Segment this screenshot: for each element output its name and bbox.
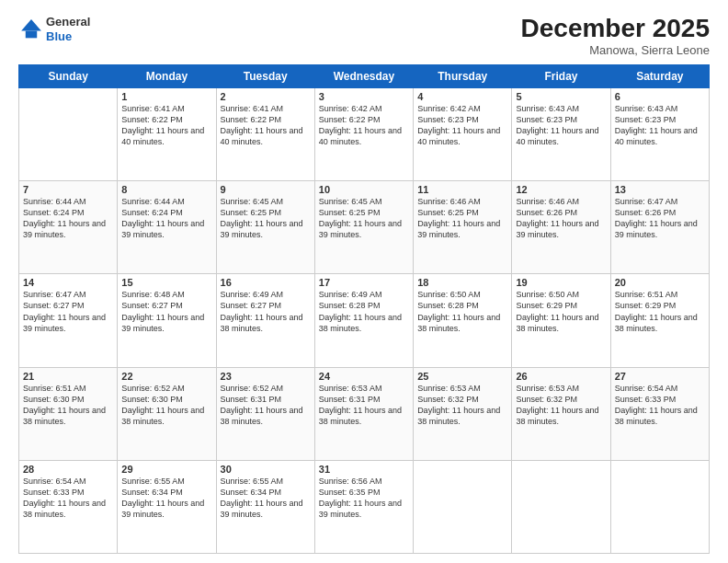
day-number: 12: [516, 184, 606, 195]
week-row-1: 7Sunrise: 6:44 AMSunset: 6:24 PMDaylight…: [19, 181, 710, 274]
table-row: 13Sunrise: 6:47 AMSunset: 6:26 PMDayligh…: [610, 181, 709, 274]
day-number: 23: [221, 371, 311, 382]
table-row: 8Sunrise: 6:44 AMSunset: 6:24 PMDaylight…: [118, 181, 216, 274]
cell-info: Sunrise: 6:47 AMSunset: 6:27 PMDaylight:…: [23, 289, 113, 334]
table-row: 31Sunrise: 6:56 AMSunset: 6:35 PMDayligh…: [314, 460, 413, 553]
cell-info: Sunrise: 6:45 AMSunset: 6:25 PMDaylight:…: [319, 196, 409, 241]
table-row: 27Sunrise: 6:54 AMSunset: 6:33 PMDayligh…: [610, 367, 709, 460]
cell-info: Sunrise: 6:42 AMSunset: 6:23 PMDaylight:…: [417, 103, 507, 148]
day-number: 4: [417, 91, 507, 102]
table-row: 18Sunrise: 6:50 AMSunset: 6:28 PMDayligh…: [414, 274, 512, 367]
cell-info: Sunrise: 6:41 AMSunset: 6:22 PMDaylight:…: [221, 103, 311, 148]
cell-info: Sunrise: 6:46 AMSunset: 6:26 PMDaylight:…: [516, 196, 606, 241]
table-row: 22Sunrise: 6:52 AMSunset: 6:30 PMDayligh…: [118, 367, 216, 460]
day-number: 28: [23, 464, 113, 475]
cell-info: Sunrise: 6:52 AMSunset: 6:31 PMDaylight:…: [221, 383, 311, 428]
week-row-3: 21Sunrise: 6:51 AMSunset: 6:30 PMDayligh…: [19, 367, 710, 460]
cell-info: Sunrise: 6:55 AMSunset: 6:34 PMDaylight:…: [221, 476, 311, 521]
day-number: 19: [516, 277, 606, 288]
day-number: 21: [23, 371, 113, 382]
week-row-2: 14Sunrise: 6:47 AMSunset: 6:27 PMDayligh…: [19, 274, 710, 367]
cell-info: Sunrise: 6:42 AMSunset: 6:22 PMDaylight:…: [319, 103, 409, 148]
cell-info: Sunrise: 6:41 AMSunset: 6:22 PMDaylight:…: [121, 103, 211, 148]
table-row: [19, 87, 118, 180]
day-number: 7: [23, 184, 113, 195]
day-number: 30: [221, 464, 311, 475]
cell-info: Sunrise: 6:43 AMSunset: 6:23 PMDaylight:…: [516, 103, 606, 148]
cell-info: Sunrise: 6:44 AMSunset: 6:24 PMDaylight:…: [23, 196, 113, 241]
cell-info: Sunrise: 6:49 AMSunset: 6:27 PMDaylight:…: [221, 289, 311, 334]
day-number: 25: [417, 371, 507, 382]
table-row: 28Sunrise: 6:54 AMSunset: 6:33 PMDayligh…: [19, 460, 118, 553]
table-row: 15Sunrise: 6:48 AMSunset: 6:27 PMDayligh…: [118, 274, 216, 367]
table-row: 30Sunrise: 6:55 AMSunset: 6:34 PMDayligh…: [216, 460, 314, 553]
table-row: 11Sunrise: 6:46 AMSunset: 6:25 PMDayligh…: [414, 181, 512, 274]
cell-info: Sunrise: 6:44 AMSunset: 6:24 PMDaylight:…: [121, 196, 211, 241]
cell-info: Sunrise: 6:54 AMSunset: 6:33 PMDaylight:…: [615, 383, 705, 428]
cell-info: Sunrise: 6:54 AMSunset: 6:33 PMDaylight:…: [23, 476, 113, 521]
col-monday: Monday: [118, 64, 216, 87]
day-number: 11: [417, 184, 507, 195]
col-saturday: Saturday: [610, 64, 709, 87]
table-row: 26Sunrise: 6:53 AMSunset: 6:32 PMDayligh…: [512, 367, 610, 460]
day-number: 13: [615, 184, 705, 195]
day-number: 5: [516, 91, 606, 102]
week-row-4: 28Sunrise: 6:54 AMSunset: 6:33 PMDayligh…: [19, 460, 710, 553]
table-row: 6Sunrise: 6:43 AMSunset: 6:23 PMDaylight…: [610, 87, 709, 180]
cell-info: Sunrise: 6:46 AMSunset: 6:25 PMDaylight:…: [417, 196, 507, 241]
cell-info: Sunrise: 6:45 AMSunset: 6:25 PMDaylight:…: [221, 196, 311, 241]
day-number: 24: [319, 371, 409, 382]
logo-general: General: [46, 15, 90, 29]
day-number: 17: [319, 277, 409, 288]
logo-blue: Blue: [46, 29, 90, 44]
table-row: 25Sunrise: 6:53 AMSunset: 6:32 PMDayligh…: [414, 367, 512, 460]
table-row: 20Sunrise: 6:51 AMSunset: 6:29 PMDayligh…: [610, 274, 709, 367]
col-tuesday: Tuesday: [216, 64, 314, 87]
day-number: 29: [121, 464, 211, 475]
table-row: [414, 460, 512, 553]
logo-text: General Blue: [46, 15, 90, 43]
day-number: 27: [615, 371, 705, 382]
cell-info: Sunrise: 6:47 AMSunset: 6:26 PMDaylight:…: [615, 196, 705, 241]
table-row: 14Sunrise: 6:47 AMSunset: 6:27 PMDayligh…: [19, 274, 118, 367]
week-row-0: 1Sunrise: 6:41 AMSunset: 6:22 PMDaylight…: [19, 87, 710, 180]
day-number: 8: [121, 184, 211, 195]
table-row: 24Sunrise: 6:53 AMSunset: 6:31 PMDayligh…: [314, 367, 413, 460]
table-row: 23Sunrise: 6:52 AMSunset: 6:31 PMDayligh…: [216, 367, 314, 460]
logo-icon: [18, 17, 44, 42]
cell-info: Sunrise: 6:51 AMSunset: 6:29 PMDaylight:…: [615, 289, 705, 334]
table-row: 1Sunrise: 6:41 AMSunset: 6:22 PMDaylight…: [118, 87, 216, 180]
table-row: 10Sunrise: 6:45 AMSunset: 6:25 PMDayligh…: [314, 181, 413, 274]
svg-rect-1: [26, 30, 37, 38]
table-row: 2Sunrise: 6:41 AMSunset: 6:22 PMDaylight…: [216, 87, 314, 180]
cell-info: Sunrise: 6:53 AMSunset: 6:32 PMDaylight:…: [417, 383, 507, 428]
page: General Blue December 2025 Manowa, Sierr…: [0, 0, 728, 563]
table-row: 7Sunrise: 6:44 AMSunset: 6:24 PMDaylight…: [19, 181, 118, 274]
cell-info: Sunrise: 6:56 AMSunset: 6:35 PMDaylight:…: [319, 476, 409, 521]
table-row: 29Sunrise: 6:55 AMSunset: 6:34 PMDayligh…: [118, 460, 216, 553]
day-number: 9: [221, 184, 311, 195]
table-row: 9Sunrise: 6:45 AMSunset: 6:25 PMDaylight…: [216, 181, 314, 274]
month-year: December 2025: [521, 15, 710, 43]
cell-info: Sunrise: 6:55 AMSunset: 6:34 PMDaylight:…: [121, 476, 211, 521]
table-row: 5Sunrise: 6:43 AMSunset: 6:23 PMDaylight…: [512, 87, 610, 180]
day-number: 14: [23, 277, 113, 288]
day-number: 26: [516, 371, 606, 382]
cell-info: Sunrise: 6:51 AMSunset: 6:30 PMDaylight:…: [23, 383, 113, 428]
day-number: 3: [319, 91, 409, 102]
col-sunday: Sunday: [19, 64, 118, 87]
table-row: 3Sunrise: 6:42 AMSunset: 6:22 PMDaylight…: [314, 87, 413, 180]
day-number: 10: [319, 184, 409, 195]
day-number: 20: [615, 277, 705, 288]
title-block: December 2025 Manowa, Sierra Leone: [521, 15, 710, 57]
cell-info: Sunrise: 6:48 AMSunset: 6:27 PMDaylight:…: [121, 289, 211, 334]
day-number: 15: [121, 277, 211, 288]
day-number: 18: [417, 277, 507, 288]
table-row: 4Sunrise: 6:42 AMSunset: 6:23 PMDaylight…: [414, 87, 512, 180]
header: General Blue December 2025 Manowa, Sierr…: [18, 15, 710, 57]
day-number: 2: [221, 91, 311, 102]
table-row: 21Sunrise: 6:51 AMSunset: 6:30 PMDayligh…: [19, 367, 118, 460]
col-thursday: Thursday: [414, 64, 512, 87]
location: Manowa, Sierra Leone: [521, 43, 710, 57]
col-friday: Friday: [512, 64, 610, 87]
